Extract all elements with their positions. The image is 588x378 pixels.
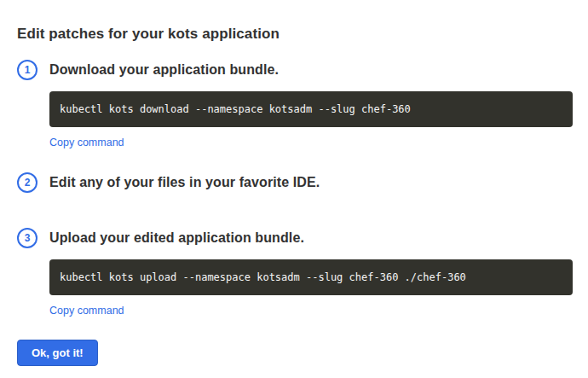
upload-command-snippet: kubectl kots upload --namespace kotsadm … [49,259,573,295]
download-copy-command-link[interactable]: Copy command [49,137,124,148]
page-title: Edit patches for your kots application [17,26,573,43]
download-copy-row: Copy command [49,135,573,149]
step-2-heading: Edit any of your files in your favorite … [49,175,320,190]
step-2-number-badge: 2 [17,172,37,193]
step-1-number-badge: 1 [17,60,37,80]
step-3-number-badge: 3 [17,228,37,248]
step-1-heading: Download your application bundle. [49,62,279,78]
step-edit: 2 Edit any of your files in your favorit… [17,172,573,193]
upload-copy-command-link[interactable]: Copy command [49,305,124,317]
edit-patches-panel: Edit patches for your kots application 1… [0,0,588,378]
step-edit-header: 2 Edit any of your files in your favorit… [17,172,573,193]
step-upload: 3 Upload your edited application bundle.… [17,228,573,317]
step-3-heading: Upload your edited application bundle. [49,230,304,246]
step-download-body: kubectl kots download --namespace kotsad… [49,91,573,149]
step-download: 1 Download your application bundle. kube… [17,60,573,149]
download-command-snippet: kubectl kots download --namespace kotsad… [49,91,573,127]
upload-copy-row: Copy command [49,303,573,317]
step-download-header: 1 Download your application bundle. [17,60,573,80]
step-upload-header: 3 Upload your edited application bundle. [17,228,573,248]
ok-got-it-button[interactable]: Ok, got it! [17,340,98,366]
step-upload-body: kubectl kots upload --namespace kotsadm … [49,259,573,317]
